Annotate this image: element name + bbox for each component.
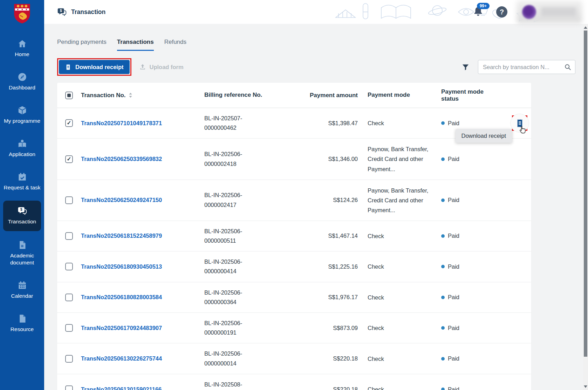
sidebar-item-label: Application (9, 151, 35, 158)
vertical-scrollbar[interactable] (583, 24, 588, 390)
sidebar-item-dashboard[interactable]: Dashboard (0, 65, 44, 99)
toolbar: Download receipt Upload form (57, 58, 575, 76)
sidebar-item-transaction[interactable]: $ Transaction (3, 201, 41, 231)
table-row: TransNo202506170924483907 BL-IN-202506- … (57, 313, 531, 343)
payment-amount: S$124.26 (298, 197, 358, 203)
transaction-link[interactable]: TransNo202506250249247150 (81, 197, 162, 203)
billing-line2: 0000000364 (204, 297, 298, 307)
help-button[interactable]: ? (496, 6, 507, 18)
transaction-link[interactable]: TransNo202506130159021166 (81, 386, 162, 390)
scrollbar-down-arrow[interactable] (584, 385, 587, 388)
filter-button[interactable] (461, 63, 470, 71)
column-header-billing-ref[interactable]: Billing reference No. (204, 90, 298, 100)
tab-bar: Pending payments Transactions Refunds (57, 39, 575, 51)
payment-mode: Check (368, 384, 438, 390)
status-label: Paid (448, 355, 459, 362)
user-menu[interactable] (520, 2, 579, 21)
billing-line2: 0000000511 (204, 236, 298, 246)
payment-mode: Check (368, 231, 438, 241)
payment-mode: Check (368, 292, 438, 302)
header-actions: 99+ ? (473, 2, 579, 21)
row-checkbox[interactable] (65, 232, 73, 240)
transaction-link[interactable]: TransNo202506130226275744 (81, 355, 162, 362)
row-checkbox[interactable] (65, 196, 73, 204)
select-all-checkbox[interactable] (65, 92, 73, 99)
status-label: Paid (448, 325, 459, 331)
main-area: $ Transaction 99+ ? (44, 0, 588, 390)
row-action-cell (490, 257, 531, 276)
row-checkbox[interactable] (65, 155, 73, 163)
scrollbar-up-arrow[interactable] (584, 26, 587, 29)
row-action-cell: Download receipt (490, 114, 531, 133)
table-row: TransNo202506130226275744 BL-IN-202506- … (57, 343, 531, 374)
column-header-transaction-no[interactable]: Transaction No. (81, 92, 126, 99)
column-header-mode[interactable]: Payment mode (368, 90, 438, 100)
status-label: Paid (448, 294, 459, 301)
sidebar: Home Dashboard My programme Application … (0, 0, 44, 390)
transaction-link[interactable]: TransNo202506181522458979 (81, 233, 162, 239)
paid-status-dot (441, 326, 445, 330)
transaction-link[interactable]: TransNo202507101049178371 (81, 120, 162, 126)
sort-icon[interactable] (129, 92, 132, 98)
paid-status-dot (441, 157, 445, 161)
billing-line1: BL-IN-202507- (204, 114, 298, 123)
scrollbar-thumb[interactable] (584, 31, 587, 357)
payment-amount: S$1,398.47 (298, 120, 358, 127)
row-action-cell (490, 318, 531, 337)
sidebar-item-home[interactable]: Home (0, 32, 44, 65)
sidebar-item-calendar[interactable]: Calendar (0, 274, 44, 307)
row-checkbox[interactable] (65, 324, 73, 332)
university-logo[interactable] (13, 4, 31, 25)
notification-badge: 99+ (477, 3, 490, 9)
status-label: Paid (448, 386, 459, 390)
transaction-link[interactable]: TransNo202506250339569832 (81, 156, 162, 162)
row-checkbox[interactable] (65, 263, 73, 270)
row-checkbox[interactable] (65, 119, 73, 127)
sidebar-item-academic-document[interactable]: Academic document (0, 233, 44, 274)
paid-status-dot (441, 296, 445, 299)
notifications-button[interactable]: 99+ (473, 6, 484, 18)
table-row: TransNo202506181522458979 BL-IN-202506- … (57, 221, 531, 251)
billing-line2: 0000000014 (204, 359, 298, 368)
transaction-link[interactable]: TransNo202506180828003584 (81, 294, 162, 300)
search-input[interactable] (483, 64, 564, 70)
upload-form-button[interactable]: Upload form (139, 63, 184, 70)
billing-line2: 0000000414 (204, 267, 298, 276)
sidebar-item-resource[interactable]: Resource (0, 307, 44, 340)
sidebar-item-my-programme[interactable]: My programme (0, 99, 44, 132)
column-header-status[interactable]: Payment mode status (441, 88, 490, 102)
status-label: Paid (448, 197, 459, 203)
download-receipt-highlight (512, 115, 527, 131)
cube-icon (18, 106, 27, 115)
row-action-cell (490, 186, 531, 215)
row-checkbox[interactable] (65, 385, 73, 390)
sidebar-nav: Home Dashboard My programme Application … (0, 32, 44, 340)
receipt-icon (65, 64, 71, 70)
payment-mode: Check (368, 262, 438, 271)
table-row: TransNo202506130159021166 BL-IN-202508- … (57, 374, 531, 390)
download-receipt-button[interactable]: Download receipt (59, 60, 130, 74)
billing-line1: BL-IN-202506- (204, 288, 298, 297)
row-checkbox[interactable] (65, 294, 73, 301)
sidebar-item-request-task[interactable]: Request & task (0, 165, 44, 199)
search-icon[interactable] (564, 63, 572, 71)
sidebar-item-label: Academic document (2, 252, 42, 267)
tab-pending-payments[interactable]: Pending payments (57, 39, 107, 51)
row-checkbox[interactable] (65, 355, 73, 363)
transaction-link[interactable]: TransNo202506180930450513 (81, 263, 162, 270)
upload-icon (139, 63, 146, 70)
billing-line1: BL-IN-202506- (204, 149, 298, 159)
calendar-icon (18, 281, 27, 290)
tab-refunds[interactable]: Refunds (164, 39, 186, 51)
status-label: Paid (448, 156, 459, 162)
payment-amount: S$220.18 (298, 386, 358, 390)
toolbar-right (461, 60, 575, 74)
transaction-link[interactable]: TransNo202506170924483907 (81, 325, 162, 331)
status-label: Paid (448, 233, 459, 239)
billing-line1: BL-IN-202506- (204, 318, 298, 328)
column-header-amount[interactable]: Payment amount (298, 92, 358, 99)
paid-status-dot (441, 265, 445, 268)
payment-mode: Check (368, 118, 438, 128)
tab-transactions[interactable]: Transactions (117, 39, 154, 51)
sidebar-item-application[interactable]: Application (0, 132, 44, 165)
